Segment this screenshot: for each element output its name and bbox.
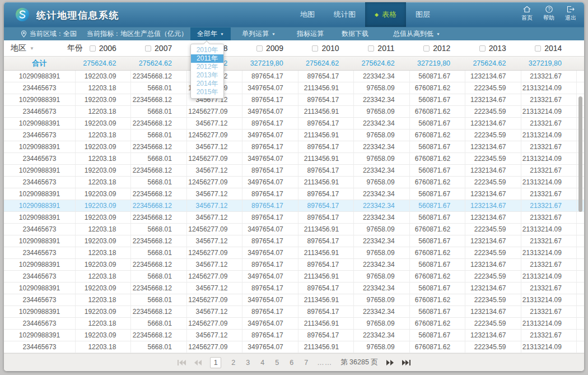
- tab-charts[interactable]: 统计图: [324, 2, 365, 27]
- table-row[interactable]: 10290988391192203.0922345668.12345677.12…: [4, 330, 584, 341]
- value-cell: 1232134.67: [465, 259, 520, 270]
- exit-label: 退出: [565, 14, 576, 22]
- year-header-2007: 2007: [130, 44, 186, 53]
- tab-table[interactable]: ◆表格: [365, 2, 406, 27]
- table-row[interactable]: 10290988391192203.0922345668.12345677.12…: [4, 306, 584, 318]
- tab-map[interactable]: 地图: [291, 2, 324, 27]
- table-row[interactable]: 10290988391192203.0922345668.12345677.12…: [4, 283, 584, 294]
- table-row[interactable]: 23446567312203.185668.0112456277.0934976…: [4, 271, 584, 283]
- value-cell: 560871.67: [409, 283, 465, 294]
- vertical-scrollbar-thumb[interactable]: [578, 96, 582, 212]
- exit-button[interactable]: 退出: [562, 6, 580, 22]
- table-row[interactable]: 10290988391192203.0922345668.12345677.12…: [4, 141, 584, 153]
- year-checkbox[interactable]: [90, 45, 96, 52]
- year-filter-label: 全部年: [197, 29, 217, 39]
- value-cell: 192203.09: [75, 165, 130, 176]
- value-cell: 12203.18: [75, 247, 130, 258]
- prev-page-button[interactable]: [194, 360, 202, 365]
- value-cell: 345677.12: [186, 330, 242, 341]
- year-option-2015[interactable]: 2015年: [191, 88, 223, 96]
- value-cell: 12203.18: [75, 129, 130, 141]
- page-4[interactable]: 4: [260, 359, 265, 367]
- table-row[interactable]: 10290988391192203.0922345668.12345677.12…: [4, 71, 584, 82]
- value-cell: 192203.09: [75, 94, 130, 105]
- table-row[interactable]: 10290988391192203.0922345668.12345677.12…: [4, 212, 584, 224]
- table-row[interactable]: 10290988391192203.0922345668.12345677.12…: [4, 188, 584, 200]
- prev-page-icon: [194, 360, 202, 365]
- value-cell: 21313214.09: [521, 106, 576, 117]
- value-cell: 222345.59: [465, 271, 520, 282]
- nav-tabs: 地图统计图◆表格图层: [291, 2, 440, 27]
- next-page-button[interactable]: [386, 360, 394, 365]
- table-row[interactable]: 23446567312203.185668.0112456277.0934976…: [4, 82, 584, 94]
- first-page-button[interactable]: [178, 360, 186, 365]
- data-download-button[interactable]: 数据下载: [342, 27, 368, 40]
- value-cell: 97658.09: [353, 341, 409, 353]
- table-row[interactable]: 10290988391192203.0922345668.12345677.12…: [4, 94, 584, 106]
- year-checkbox[interactable]: [423, 45, 430, 52]
- page-5[interactable]: 5: [274, 359, 279, 367]
- value-cell: 897654.17: [242, 283, 297, 294]
- year-checkbox[interactable]: [535, 45, 541, 52]
- year-checkbox[interactable]: [312, 45, 318, 52]
- value-cell: 213321.67: [521, 71, 576, 82]
- row-spacer: [576, 235, 584, 247]
- table-row[interactable]: 23446567312203.185668.0112456277.0934976…: [4, 153, 584, 165]
- value-cell: 12203.18: [75, 341, 130, 353]
- value-cell: 222345.59: [465, 177, 520, 188]
- value-cell: 222345.59: [465, 294, 520, 305]
- table-row[interactable]: 23446567312203.185668.0112456277.0934976…: [4, 177, 584, 188]
- table-row[interactable]: 23446567312203.185668.0112456277.0934976…: [4, 106, 584, 118]
- single-column-calc-button[interactable]: 单列运算 ▼: [235, 27, 282, 40]
- total-value: 327219,80: [409, 59, 465, 67]
- value-cell: 22345668.12: [130, 259, 186, 270]
- year-option-2012[interactable]: 2012年: [191, 63, 223, 71]
- year-checkbox[interactable]: [368, 45, 374, 52]
- table-row[interactable]: 10290988391192203.0922345668.12345677.12…: [4, 259, 584, 271]
- tab-layers[interactable]: 图层: [406, 2, 440, 27]
- table-row[interactable]: 10290988391192203.0922345668.12345677.12…: [4, 165, 584, 177]
- year-header-label: 2006: [99, 44, 116, 53]
- sort-order-button[interactable]: 总值从高到低 ▼: [386, 27, 447, 40]
- year-checkbox[interactable]: [256, 45, 263, 52]
- table-row[interactable]: 23446567312203.185668.0112456277.0934976…: [4, 224, 584, 235]
- value-cell: 12203.18: [75, 106, 130, 117]
- table-row[interactable]: 23446567312203.185668.0112456277.0934976…: [4, 318, 584, 330]
- table-row-selected[interactable]: 10290988391192203.0922345668.12345677.12…: [4, 200, 584, 212]
- year-checkbox[interactable]: [479, 45, 486, 52]
- value-cell: 2113456.91: [298, 294, 353, 305]
- page-7[interactable]: 7: [304, 359, 309, 367]
- year-option-2011[interactable]: 2011年: [191, 54, 223, 63]
- value-cell: 223342.34: [353, 188, 409, 200]
- year-header-2014: 2014: [521, 44, 576, 53]
- table-row[interactable]: 23446567312203.185668.0112456277.0934976…: [4, 129, 584, 141]
- value-cell: 6760871.62: [409, 129, 465, 141]
- year-checkbox[interactable]: [145, 45, 151, 52]
- region-sort-control[interactable]: 地区 ▼: [11, 43, 34, 53]
- table-row[interactable]: 23446567312203.185668.0112456277.0934976…: [4, 294, 584, 306]
- region-cell: 234465673: [4, 271, 75, 282]
- value-cell: 1232134.67: [465, 200, 520, 211]
- value-cell: 3497654.07: [242, 341, 297, 353]
- year-option-2014[interactable]: 2014年: [191, 80, 223, 88]
- table-row[interactable]: 23446567312203.185668.0112456277.0934976…: [4, 341, 584, 353]
- value-cell: 2113456.91: [298, 318, 353, 329]
- year-filter-button[interactable]: 全部年 ▼ 2010年2011年2012年2013年2014年2015年: [190, 27, 231, 40]
- total-value: 327219,80: [242, 59, 297, 67]
- page-1[interactable]: 1: [210, 357, 221, 368]
- indicator-calc-button[interactable]: 指标运算: [297, 27, 324, 40]
- last-page-button[interactable]: [402, 360, 410, 365]
- table-row[interactable]: 10290988391192203.0922345668.12345677.12…: [4, 235, 584, 247]
- page-2[interactable]: 2: [231, 359, 236, 367]
- home-button[interactable]: 首页: [518, 6, 536, 22]
- table-row[interactable]: 10290988391192203.0922345668.12345677.12…: [4, 118, 584, 129]
- value-cell: 213321.67: [521, 330, 576, 341]
- help-button[interactable]: ? 帮助: [540, 6, 558, 22]
- page-3[interactable]: 3: [245, 359, 250, 367]
- year-option-2013[interactable]: 2013年: [191, 71, 223, 80]
- value-cell: 222345.59: [465, 247, 520, 258]
- page-6[interactable]: 6: [289, 359, 294, 367]
- year-option-2010[interactable]: 2010年: [191, 46, 223, 54]
- table-row[interactable]: 23446567312203.185668.0112456277.0934976…: [4, 247, 584, 259]
- value-cell: 897654.17: [298, 212, 353, 223]
